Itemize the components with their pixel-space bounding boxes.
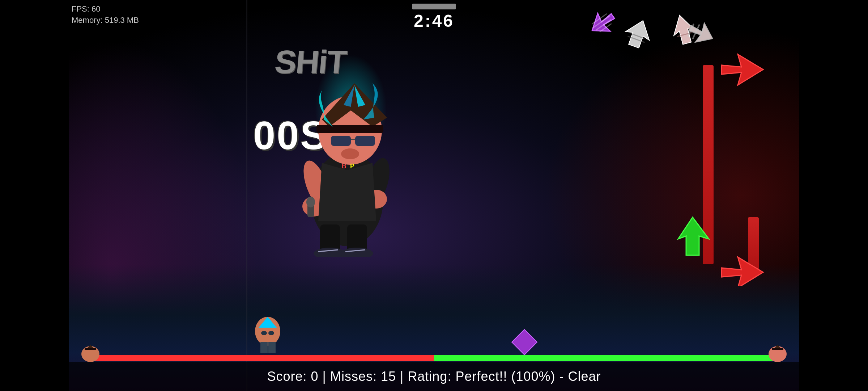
score-separator-1: | Misses: xyxy=(319,369,381,384)
health-bar-fill xyxy=(87,355,781,361)
game-area: FPS: 60 Memory: 519.3 MB 2:46 SHiT 00S xyxy=(69,0,799,391)
score-label: Score: xyxy=(267,369,311,384)
svg-rect-12 xyxy=(316,125,383,133)
clear-label: Clear xyxy=(568,369,601,384)
svg-point-16 xyxy=(341,148,359,159)
fps-display: FPS: 60 xyxy=(72,4,139,15)
svg-rect-39 xyxy=(772,348,783,350)
falling-notes-area xyxy=(564,7,727,87)
health-icon-right xyxy=(767,343,788,365)
score-display: Score: 0 | Misses: 15 | Rating: Perfect!… xyxy=(267,369,601,384)
timer-progress-bar xyxy=(412,4,456,9)
svg-point-20 xyxy=(306,197,315,207)
svg-text:B: B xyxy=(342,163,346,170)
timer-display: 2:46 xyxy=(414,11,454,31)
svg-point-4 xyxy=(341,248,373,257)
svg-rect-22 xyxy=(260,342,268,353)
right-panel xyxy=(799,0,868,391)
misses-value: 15 xyxy=(381,369,396,384)
memory-display: Memory: 519.3 MB xyxy=(72,15,139,26)
left-panel xyxy=(0,0,69,391)
score-separator-2: | Rating: xyxy=(396,369,455,384)
character-sprite: B P xyxy=(260,47,434,257)
svg-point-25 xyxy=(268,331,274,335)
health-bar-container xyxy=(87,355,781,361)
svg-rect-23 xyxy=(268,342,276,353)
timer-container: 2:46 xyxy=(412,4,456,31)
health-icon-left xyxy=(80,343,101,365)
score-separator-3: - xyxy=(556,369,568,384)
score-value: 0 xyxy=(311,369,319,384)
svg-point-24 xyxy=(261,331,267,335)
small-character-left xyxy=(242,313,293,357)
svg-text:P: P xyxy=(350,163,354,170)
score-bar: Score: 0 | Misses: 15 | Rating: Perfect!… xyxy=(69,362,799,391)
svg-rect-37 xyxy=(85,348,96,350)
small-note-bottom xyxy=(510,328,539,357)
svg-rect-14 xyxy=(355,136,375,146)
svg-rect-13 xyxy=(331,136,351,146)
rating-value: Perfect!! (100%) xyxy=(455,369,555,384)
debug-info: FPS: 60 Memory: 519.3 MB xyxy=(72,4,139,26)
